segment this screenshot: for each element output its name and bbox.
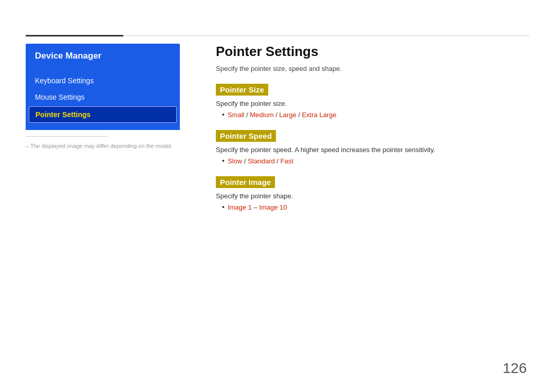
sidebar-item-mouse[interactable]: Mouse Settings [26,89,180,105]
pointer-speed-options: Slow / Standard / Fast [228,157,293,165]
sidebar: Device Manager Keyboard Settings Mouse S… [26,44,180,130]
top-bar-dark [26,35,123,36]
section-pointer-image: Pointer Image Specify the pointer shape.… [216,176,527,211]
section-pointer-size: Pointer Size Specify the pointer size. S… [216,84,527,119]
section-list-pointer-speed: Slow / Standard / Fast [216,157,527,165]
section-list-pointer-size: Small / Medium / Large / Extra Large [216,110,527,119]
sidebar-item-keyboard[interactable]: Keyboard Settings [26,72,180,89]
sidebar-item-label: Pointer Settings [35,110,90,119]
section-heading-pointer-speed: Pointer Speed [216,130,276,142]
top-bar [26,35,529,36]
section-pointer-speed: Pointer Speed Specify the pointer speed.… [216,130,527,165]
section-heading-pointer-image: Pointer Image [216,176,275,188]
sidebar-menu: Keyboard Settings Mouse Settings Pointer… [26,68,180,130]
section-desc-pointer-speed: Specify the pointer speed. A higher spee… [216,146,527,154]
list-item-pointer-size: Small / Medium / Large / Extra Large [222,110,527,119]
main-content: Pointer Settings Specify the pointer siz… [216,44,527,222]
page-number: 126 [503,360,527,377]
sidebar-header: Device Manager [26,44,180,68]
section-desc-pointer-image: Specify the pointer shape. [216,192,527,200]
section-heading-pointer-size: Pointer Size [216,84,268,96]
list-item-pointer-image: Image 1 – Image 10 [222,203,527,211]
list-item-pointer-speed: Slow / Standard / Fast [222,157,527,165]
sidebar-item-label: Mouse Settings [35,93,85,101]
sidebar-divider [26,136,108,137]
section-desc-pointer-size: Specify the pointer size. [216,100,527,107]
pointer-size-options: Small / Medium / Large / Extra Large [228,111,337,119]
sidebar-item-label: Keyboard Settings [35,77,94,85]
top-bar-light [123,35,529,36]
sidebar-item-pointer[interactable]: Pointer Settings [29,106,177,123]
section-list-pointer-image: Image 1 – Image 10 [216,203,527,211]
pointer-image-options: Image 1 – Image 10 [228,203,287,211]
page-subtitle: Specify the pointer size, speed and shap… [216,65,527,72]
page-title: Pointer Settings [216,44,527,60]
sidebar-note: – The displayed image may differ dependi… [26,143,173,149]
